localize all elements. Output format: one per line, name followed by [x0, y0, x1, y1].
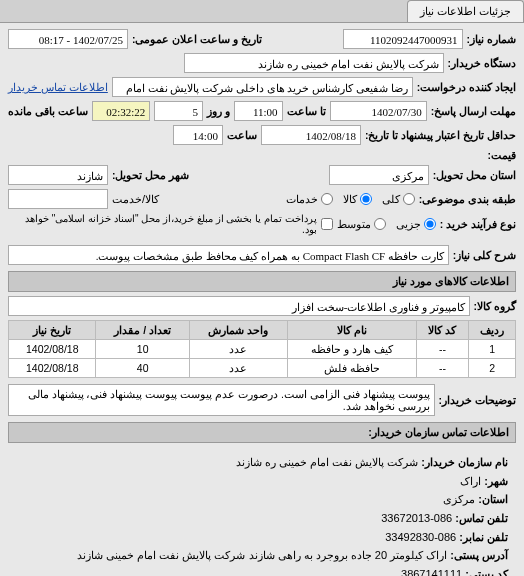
cell-date: 1402/08/18: [9, 359, 96, 378]
table-row: 2 -- حافظه فلش عدد 40 1402/08/18: [9, 359, 516, 378]
process-text: پرداخت تمام یا بخشی از مبلغ خرید،از محل …: [8, 213, 317, 235]
cell-row: 2: [469, 359, 516, 378]
goods-section-header: اطلاعات کالاهای مورد نیاز: [8, 271, 516, 292]
contact-postal-code: 3867141111: [401, 568, 462, 576]
reply-days-field[interactable]: 5: [154, 101, 203, 121]
budget-radio-group: کلی کالا خدمات: [286, 193, 415, 206]
cell-code: --: [416, 340, 468, 359]
delivery-date-field[interactable]: 1402/08/18: [261, 125, 361, 145]
cell-qty: 40: [96, 359, 189, 378]
contact-postal-code-label: کد پستی:: [465, 568, 508, 576]
reply-deadline-label: مهلت ارسال پاسخ:: [431, 105, 516, 117]
buyer-contact-link[interactable]: اطلاعات تماس خریدار: [8, 81, 108, 93]
province-label: استان محل تحویل:: [433, 169, 516, 181]
radio-motavasset[interactable]: [374, 218, 386, 230]
reply-time-field[interactable]: 11:00: [234, 101, 283, 121]
contact-postal-address-label: آدرس پستی:: [450, 549, 508, 561]
city-field: شازند: [8, 165, 108, 185]
kala-khedmat-field: [8, 189, 108, 209]
delivery-date-label: حداقل تاریخ اعتبار پیشنهاد تا تاریخ:: [365, 129, 516, 141]
th-qty: تعداد / مقدار: [96, 321, 189, 340]
buyer-org-label: دستگاه خریدار:: [448, 57, 516, 69]
cell-name: کیف هارد و حافظه: [287, 340, 416, 359]
req-number-label: شماره نیاز:: [467, 33, 516, 45]
goods-group-label: گروه کالا:: [474, 300, 516, 312]
reply-rooz-label: و روز: [207, 105, 230, 117]
province-field: مرکزی: [329, 165, 429, 185]
radio-khadamat-label: خدمات: [286, 193, 318, 206]
th-name: نام کالا: [287, 321, 416, 340]
need-title-label: شرح کلی نیاز:: [453, 249, 516, 261]
buyer-notes-field: پیوست پیشنهاد فنی الزامی است. درصورت عدم…: [8, 384, 435, 416]
contact-city-label: شهر:: [484, 475, 508, 487]
remaining-label: ساعت باقی مانده: [8, 105, 88, 117]
contact-city: اراک: [460, 475, 481, 487]
delivery-saat-label: ساعت: [227, 129, 257, 141]
radio-kala[interactable]: [360, 193, 372, 205]
th-row: ردیف: [469, 321, 516, 340]
budget-label: طبقه بندی موضوعی:: [419, 193, 516, 205]
th-unit: واحد شمارش: [189, 321, 287, 340]
contact-fax-label: تلفن نمابر:: [459, 531, 508, 543]
form-area: شماره نیاز: 1102092447000931 تاریخ و ساع…: [0, 23, 524, 576]
requester-field: رضا شفیعی کارشناس خرید های داخلی شرکت پا…: [112, 77, 413, 97]
cell-unit: عدد: [189, 359, 287, 378]
contact-province-label: استان:: [478, 493, 508, 505]
cell-date: 1402/08/18: [9, 340, 96, 359]
radio-kala-label: کالا: [343, 193, 357, 206]
th-code: کد کالا: [416, 321, 468, 340]
contact-postal-address: اراک کیلومتر 20 جاده بروجرد به راهی شازن…: [77, 549, 447, 561]
table-row: 1 -- کیف هارد و حافظه عدد 10 1402/08/18: [9, 340, 516, 359]
delivery-time-field[interactable]: 14:00: [173, 125, 223, 145]
cell-name: حافظه فلش: [287, 359, 416, 378]
tab-details[interactable]: جزئیات اطلاعات نیاز: [407, 0, 524, 22]
tab-bar: جزئیات اطلاعات نیاز: [0, 0, 524, 23]
radio-jozei[interactable]: [424, 218, 436, 230]
goods-table: ردیف کد کالا نام کالا واحد شمارش تعداد /…: [8, 320, 516, 378]
contact-block: نام سازمان خریدار: شرکت پالایش نفت امام …: [8, 447, 516, 576]
kala-khedmat-label: کالا/خدمت: [112, 193, 159, 206]
need-title-field: کارت حافظه Compact Flash CF به همراه کیف…: [8, 245, 449, 265]
th-date: تاریخ نیاز: [9, 321, 96, 340]
radio-all[interactable]: [403, 193, 415, 205]
reply-saat-label: تا ساعت: [287, 105, 326, 117]
treasury-checkbox[interactable]: [321, 218, 333, 230]
cell-unit: عدد: [189, 340, 287, 359]
buyer-org-field: شرکت پالایش نفت امام خمینی ره شازند: [184, 53, 444, 73]
contact-org-label: نام سازمان خریدار:: [421, 456, 508, 468]
cell-row: 1: [469, 340, 516, 359]
reply-date-field[interactable]: 1402/07/30: [330, 101, 427, 121]
requester-label: ایجاد کننده درخواست:: [417, 81, 516, 93]
process-radio-group: جزیی متوسط: [337, 218, 436, 231]
req-number-field: 1102092447000931: [343, 29, 463, 49]
cell-code: --: [416, 359, 468, 378]
remaining-field: 02:32:22: [92, 101, 150, 121]
buyer-notes-label: توضیحات خریدار:: [439, 394, 516, 406]
process-label: نوع فرآیند خرید :: [440, 218, 516, 230]
contact-fax: 086-33492830: [385, 531, 456, 543]
contact-org: شرکت پالایش نفت امام خمینی ره شازند: [236, 456, 418, 468]
radio-motavasset-label: متوسط: [337, 218, 371, 231]
city-label: شهر محل تحویل:: [112, 169, 189, 181]
goods-group-field: کامپیوتر و فناوری اطلاعات-سخت افزار: [8, 296, 470, 316]
contact-phone-label: تلفن تماس:: [455, 512, 508, 524]
contact-phone: 086-33672013: [381, 512, 452, 524]
cell-qty: 10: [96, 340, 189, 359]
radio-khadamat[interactable]: [321, 193, 333, 205]
contact-section-header: اطلاعات تماس سازمان خریدار:: [8, 422, 516, 443]
announce-date-label: تاریخ و ساعت اعلان عمومی:: [132, 33, 262, 45]
contact-province: مرکزی: [443, 493, 475, 505]
radio-jozei-label: جزیی: [396, 218, 421, 231]
price-label: قیمت:: [488, 149, 517, 161]
announce-date-field: 1402/07/25 - 08:17: [8, 29, 128, 49]
radio-all-label: کلی: [382, 193, 400, 206]
